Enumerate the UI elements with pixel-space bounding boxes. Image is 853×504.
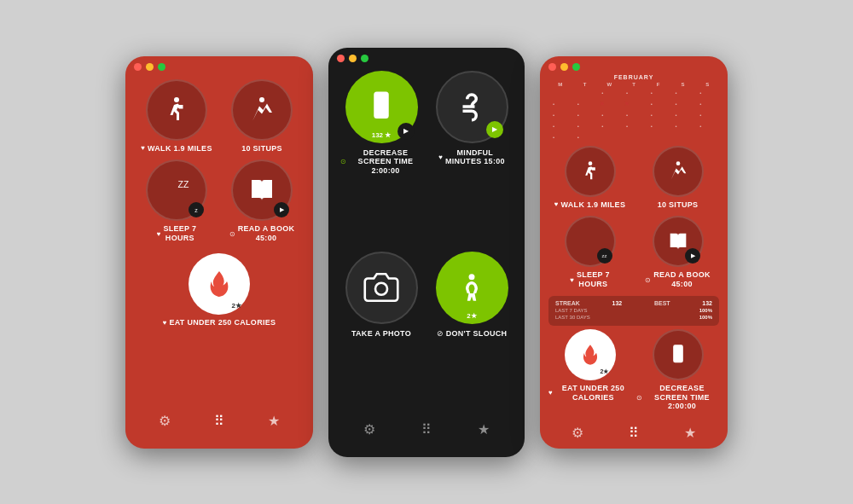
last30-label: LAST 30 DAYS: [555, 315, 598, 320]
screen-play-btn[interactable]: [397, 123, 415, 140]
apps-tab-left[interactable]: ⠿: [214, 413, 224, 429]
book-play-btn[interactable]: [274, 202, 289, 217]
book-label: READ A BOOK45:00: [238, 224, 295, 243]
cd-15: •: [597, 110, 607, 120]
cd-16: •: [622, 110, 632, 120]
last7-val: 100%: [699, 308, 712, 313]
r-sleep-label: SLEEP 7HOURS: [577, 270, 610, 289]
gear-tab-left[interactable]: ⚙: [159, 413, 171, 429]
gear-tab-center[interactable]: ⚙: [363, 421, 375, 437]
habit-mindful[interactable]: ♥ MINDFULMINUTES 15:00: [431, 71, 513, 243]
tl-red: [134, 63, 142, 71]
r-heart-calories: ♥: [548, 389, 553, 397]
calendar: FEBRUARY M T W T F S S • • • • • •: [548, 74, 719, 142]
tl-green-r: [572, 63, 580, 71]
r-book-play[interactable]: [685, 248, 700, 264]
habit-walk[interactable]: ♥ WALK 1.9 MILES: [137, 79, 216, 154]
cd-e6: [671, 132, 682, 142]
r-clock-book: ⊙: [645, 276, 651, 284]
gear-tab-right[interactable]: ⚙: [572, 425, 583, 441]
r-habit-calories[interactable]: 2★ ♥ EAT UNDER 250 CALORIES: [548, 329, 631, 411]
cd-10: •: [647, 99, 657, 109]
cd-e3: [597, 132, 607, 142]
cd-27: •: [548, 132, 559, 142]
star-tab-center[interactable]: ★: [478, 421, 490, 437]
camera-icon: [363, 269, 399, 305]
r-screen-label: DECREASESCREEN TIME 2:00:00: [645, 384, 719, 411]
habit-camera[interactable]: TAKE A PHOTO: [340, 252, 422, 406]
ban-icon: ⊘: [437, 329, 444, 338]
sleep-icon: ZZ: [161, 175, 192, 206]
habit-book[interactable]: ⊙ READ A BOOK45:00: [223, 159, 301, 243]
phone-content-center: 132 ★ ⊙ DECREASESCREEN TIME 2:00:00: [328, 66, 525, 449]
cal-h-s2: S: [695, 82, 719, 87]
r-walk-circle: [565, 146, 616, 197]
cal-headers: M T W T F S S: [548, 82, 719, 87]
situps-label: 10 SITUPS: [241, 144, 282, 154]
traffic-lights-center: [328, 48, 525, 66]
r-book-label: READ A BOOK45:00: [653, 270, 711, 289]
walk-circle: [146, 79, 207, 141]
r-habit-book[interactable]: ⊙ READ A BOOK45:00: [636, 216, 719, 289]
habit-calories[interactable]: 2★ ♥ EAT UNDER 250 CALORIES: [137, 253, 301, 327]
sleep-circle: ZZ z: [146, 159, 207, 221]
r-book-circle: [653, 216, 704, 267]
r-screen-icon: [666, 343, 690, 367]
cd-24: •: [647, 121, 657, 131]
r-habit-situps[interactable]: 10 SITUPS: [636, 146, 719, 210]
camera-label-row: TAKE A PHOTO: [351, 329, 411, 339]
screen-label: DECREASESCREEN TIME 2:00:00: [349, 148, 422, 176]
r-calories-label-row: ♥ EAT UNDER 250 CALORIES: [548, 384, 631, 403]
habit-sleep[interactable]: ZZ z ♥ SLEEP 7HOURS: [137, 159, 216, 243]
r-habit-walk[interactable]: ♥ WALK 1.9 MILES: [548, 146, 631, 210]
r-sleep-label-row: ♥ SLEEP 7HOURS: [570, 270, 610, 289]
walk-label-row: ♥ WALK 1.9 MILES: [141, 144, 212, 154]
phone-left: ♥ WALK 1.9 MILES 10 SITUPS: [125, 56, 313, 449]
r-habit-screen[interactable]: ⊙ DECREASESCREEN TIME 2:00:00: [636, 329, 719, 411]
cd-19: •: [695, 110, 705, 120]
cal-h-w: W: [597, 82, 621, 87]
cd-2: •: [622, 88, 632, 98]
last30-val: 100%: [699, 315, 712, 320]
cd-28: •: [573, 132, 583, 142]
book-label-row: ⊙ READ A BOOK45:00: [229, 224, 295, 243]
fire-icon: [204, 269, 235, 299]
svg-point-5: [375, 283, 387, 295]
traffic-lights-left: [125, 56, 313, 74]
tl-green-c: [361, 55, 368, 62]
r-calories-label: EAT UNDER 250 CALORIES: [555, 384, 631, 403]
walk-icon: [161, 95, 192, 125]
situps-circle: [231, 79, 293, 141]
r-habit-sleep[interactable]: zz ♥ SLEEP 7HOURS: [548, 216, 631, 289]
stats-streak-row: STREAK 132 BEST 132: [555, 300, 712, 306]
streak-val: 132: [612, 300, 623, 306]
phone-right: FEBRUARY M T W T F S S • • • • • •: [540, 56, 728, 449]
star-tab-right[interactable]: ★: [684, 425, 696, 441]
habit-situps[interactable]: 10 SITUPS: [223, 79, 301, 154]
svg-point-7: [588, 161, 592, 165]
r-sleep-z: zz: [597, 248, 612, 264]
phone-icon: [363, 89, 399, 125]
cd-13: •: [548, 110, 559, 120]
r-walk-label-row: ♥ WALK 1.9 MILES: [554, 200, 625, 210]
stats-30days-row: LAST 30 DAYS 100%: [555, 315, 712, 320]
slouch-icon: [454, 269, 490, 305]
cd-e4: [622, 132, 632, 142]
mindful-play-btn[interactable]: [486, 121, 503, 138]
habit-screen-time[interactable]: 132 ★ ⊙ DECREASESCREEN TIME 2:00:00: [340, 71, 422, 243]
best-val: 132: [702, 300, 712, 306]
right-habit-grid-mid: zz ♥ SLEEP 7HOURS ⊙ READ A BOOK45: [548, 216, 719, 289]
streak-label: STREAK: [555, 300, 580, 306]
slouch-label: DON'T SLOUCH: [446, 329, 508, 339]
apps-tab-center[interactable]: ⠿: [421, 421, 432, 437]
svg-rect-3: [374, 92, 389, 119]
svg-point-0: [174, 97, 179, 102]
habit-slouch[interactable]: 2★ ⊘ DON'T SLOUCH: [431, 252, 513, 406]
apps-tab-right[interactable]: ⠿: [629, 425, 639, 441]
cd-4: •: [671, 88, 682, 98]
cd-11: •: [671, 99, 682, 109]
r-heart-walk: ♥: [554, 200, 559, 208]
screen-stars: 132 ★: [372, 131, 392, 139]
tl-red-r: [548, 63, 556, 71]
star-tab-left[interactable]: ★: [268, 413, 280, 429]
